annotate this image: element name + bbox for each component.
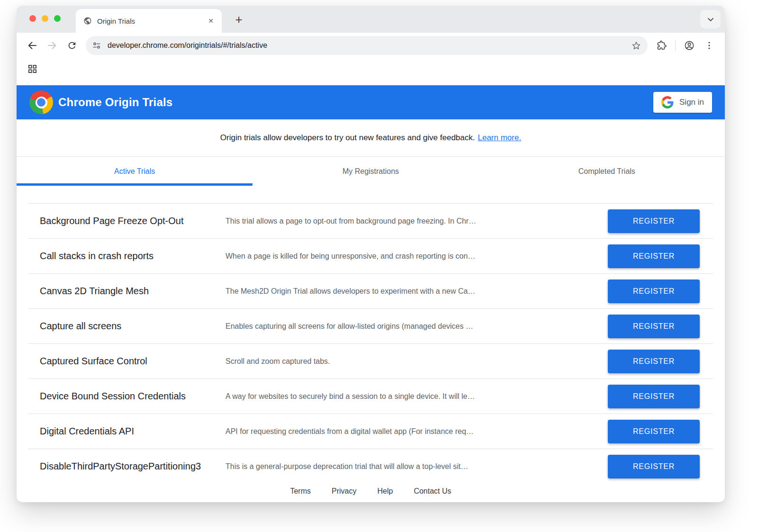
- trial-name: Call stacks in crash reports: [40, 251, 226, 261]
- maximize-window-button[interactable]: [54, 15, 61, 22]
- trial-description: Scroll and zoom captured tabs.: [226, 357, 601, 366]
- url-text: developer.chrome.com/origintrials/#/tria…: [108, 41, 629, 50]
- page-top-gap: [17, 80, 725, 85]
- minimize-window-button[interactable]: [42, 15, 48, 22]
- trial-row: Digital Credentials API API for requesti…: [28, 414, 713, 449]
- chevron-down-icon: [706, 15, 715, 24]
- site-tab[interactable]: My Registrations: [253, 157, 488, 186]
- trial-row: Call stacks in crash reports When a page…: [28, 238, 713, 273]
- register-button[interactable]: REGISTER: [608, 455, 700, 478]
- site-header: Chrome Origin Trials Sign in: [17, 85, 725, 119]
- footer-link[interactable]: Privacy: [332, 487, 356, 496]
- trial-row: Device Bound Session Credentials A way f…: [28, 379, 713, 414]
- sign-in-button[interactable]: Sign in: [653, 92, 712, 113]
- site-tab[interactable]: Completed Trials: [489, 157, 725, 186]
- reload-button[interactable]: [62, 36, 82, 55]
- trial-name: Captured Surface Control: [40, 356, 226, 367]
- tab-search-button[interactable]: [700, 10, 721, 28]
- site-tab-label: Completed Trials: [578, 167, 635, 176]
- site-footer: Terms Privacy Help Contact Us: [17, 484, 725, 496]
- trial-row: Background Page Freeze Opt-Out This tria…: [28, 203, 713, 238]
- site-tab[interactable]: Active Trials: [17, 157, 253, 186]
- trial-name: DisableThirdPartyStoragePartitioning3: [40, 461, 226, 472]
- trial-description: API for requesting credentials from a di…: [226, 427, 601, 436]
- site-tab-bar: Active Trials My Registrations Completed…: [17, 156, 725, 186]
- trial-row: Captured Surface Control Scroll and zoom…: [28, 343, 713, 379]
- intro-text: Origin trials allow developers to try ou…: [220, 133, 475, 143]
- trial-name: Capture all screens: [40, 321, 226, 332]
- register-button[interactable]: REGISTER: [608, 209, 700, 233]
- trials-list: Background Page Freeze Opt-Out This tria…: [17, 203, 725, 484]
- register-button[interactable]: REGISTER: [608, 244, 700, 268]
- bookmark-star-button[interactable]: [629, 38, 644, 53]
- browser-toolbar: developer.chrome.com/origintrials/#/tria…: [17, 33, 725, 58]
- sign-in-label: Sign in: [679, 98, 704, 107]
- back-arrow-icon: [27, 40, 38, 51]
- browser-menu-button[interactable]: [699, 36, 719, 55]
- close-window-button[interactable]: [29, 15, 36, 22]
- page-title: Chrome Origin Trials: [58, 96, 172, 109]
- register-button[interactable]: REGISTER: [608, 280, 700, 303]
- register-button[interactable]: REGISTER: [608, 385, 700, 408]
- browser-window: Origin Trials ✕ +: [17, 6, 725, 502]
- tab-strip: Origin Trials ✕ +: [17, 6, 725, 33]
- trial-name: Canvas 2D Triangle Mesh: [40, 286, 226, 297]
- trial-name: Device Bound Session Credentials: [40, 391, 226, 402]
- browser-tab[interactable]: Origin Trials ✕: [76, 9, 222, 33]
- footer-link[interactable]: Contact Us: [414, 487, 451, 496]
- site-tab-label: Active Trials: [114, 167, 155, 176]
- site-settings-icon[interactable]: [92, 41, 101, 50]
- close-tab-icon[interactable]: ✕: [206, 16, 216, 26]
- site-tab-label: My Registrations: [343, 167, 399, 176]
- puzzle-icon: [656, 40, 667, 51]
- profile-button[interactable]: [679, 36, 699, 55]
- trial-description: Enables capturing all screens for allow-…: [226, 322, 601, 331]
- trial-description: This trial allows a page to opt-out from…: [226, 217, 601, 225]
- kebab-menu-icon: [704, 40, 714, 51]
- globe-icon: [83, 17, 92, 25]
- intro-row: Origin trials allow developers to try ou…: [17, 119, 725, 156]
- forward-button[interactable]: [42, 36, 62, 55]
- trial-description: A way for websites to securely bind a se…: [226, 392, 601, 401]
- trial-row: Capture all screens Enables capturing al…: [28, 308, 713, 343]
- apps-shortcut-button[interactable]: [26, 63, 39, 76]
- trial-description: This is a general-purpose deprecation tr…: [226, 462, 601, 471]
- apps-grid-icon: [28, 64, 37, 73]
- footer-link[interactable]: Help: [377, 487, 393, 496]
- extensions-button[interactable]: [651, 36, 671, 55]
- register-button[interactable]: REGISTER: [608, 420, 700, 443]
- forward-arrow-icon: [46, 40, 58, 51]
- bookmarks-bar: [17, 58, 725, 80]
- traffic-lights: [29, 15, 61, 22]
- trial-name: Background Page Freeze Opt-Out: [40, 216, 226, 226]
- new-tab-button[interactable]: +: [231, 11, 247, 27]
- trial-description: The Mesh2D Origin Trial allows developer…: [226, 287, 601, 296]
- back-button[interactable]: [22, 36, 42, 55]
- toolbar-divider: [675, 40, 676, 51]
- address-bar[interactable]: developer.chrome.com/origintrials/#/tria…: [86, 36, 648, 55]
- profile-icon: [684, 40, 695, 51]
- trial-row: DisableThirdPartyStoragePartitioning3 Th…: [28, 449, 713, 484]
- chrome-logo-icon: [29, 90, 53, 114]
- google-g-icon: [661, 96, 674, 108]
- trial-name: Digital Credentials API: [40, 426, 226, 437]
- register-button[interactable]: REGISTER: [608, 315, 700, 338]
- register-button[interactable]: REGISTER: [608, 350, 700, 373]
- footer-link[interactable]: Terms: [290, 487, 311, 496]
- tab-title: Origin Trials: [97, 17, 206, 25]
- trial-row: Canvas 2D Triangle Mesh The Mesh2D Origi…: [28, 273, 713, 308]
- trial-description: When a page is killed for being unrespon…: [226, 252, 601, 261]
- learn-more-link[interactable]: Learn more.: [478, 133, 522, 143]
- reload-icon: [67, 40, 77, 51]
